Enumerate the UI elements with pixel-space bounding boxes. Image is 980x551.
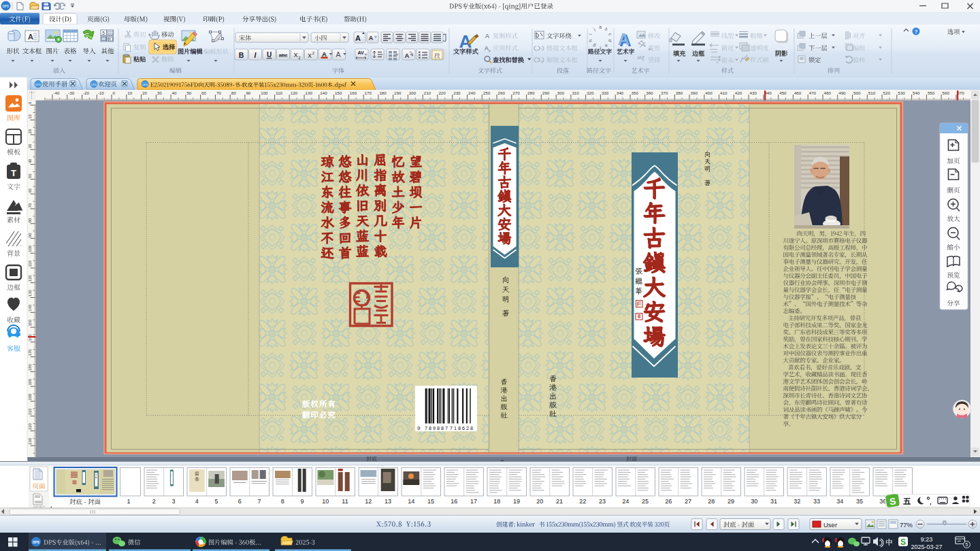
svg-text:140: 140 [320, 90, 327, 95]
svg-text:A: A [369, 35, 374, 41]
svg-text:18: 18 [493, 498, 500, 505]
svg-text:23: 23 [599, 498, 606, 505]
svg-text:17: 17 [470, 498, 477, 505]
svg-text:9: 9 [300, 498, 304, 505]
svg-text:X: X [308, 52, 312, 59]
svg-text:A: A [28, 33, 33, 41]
svg-text:210: 210 [424, 90, 431, 95]
svg-text:U: U [267, 51, 272, 59]
svg-text:190: 190 [394, 90, 402, 95]
svg-text:2025-03-27: 2025-03-27 [911, 544, 942, 550]
svg-text:B: B [239, 51, 244, 59]
svg-text:16: 16 [451, 498, 457, 505]
svg-text:7 1 8 6 2 8: 7 1 8 6 2 8 [450, 425, 473, 431]
svg-text:19: 19 [513, 498, 520, 505]
svg-text:150: 150 [335, 90, 342, 95]
svg-text:360: 360 [646, 90, 653, 95]
svg-text:310: 310 [572, 90, 579, 95]
svg-text:A: A [485, 32, 490, 39]
svg-text:80: 80 [231, 90, 236, 95]
svg-text:8: 8 [281, 498, 284, 505]
svg-text:490: 490 [838, 90, 846, 95]
svg-text:70: 70 [216, 90, 221, 95]
svg-text:20: 20 [142, 90, 147, 95]
svg-text:400: 400 [705, 90, 713, 95]
svg-text:170: 170 [28, 349, 32, 356]
svg-text:450: 450 [779, 90, 787, 95]
svg-text:20: 20 [536, 498, 543, 505]
svg-text:120: 120 [28, 276, 32, 282]
svg-text:7 8 9 8 8 7: 7 8 9 8 8 7 [425, 425, 448, 431]
svg-text:T: T [11, 168, 16, 178]
svg-text:f: f [600, 46, 601, 50]
svg-text:550: 550 [928, 90, 935, 95]
svg-text:33: 33 [813, 498, 820, 505]
svg-text:250: 250 [483, 90, 491, 95]
svg-text:60: 60 [28, 188, 32, 193]
svg-text:110: 110 [28, 261, 32, 267]
svg-text:40: 40 [28, 159, 32, 163]
svg-text:100: 100 [261, 90, 268, 95]
svg-text:22: 22 [579, 498, 586, 505]
svg-text:190: 190 [28, 379, 32, 386]
svg-text:220: 220 [438, 90, 446, 95]
svg-text:AV: AV [357, 50, 364, 55]
svg-text:1: 1 [127, 498, 130, 505]
svg-text:270: 270 [512, 90, 520, 95]
svg-text:290: 290 [542, 90, 550, 95]
svg-text:11: 11 [342, 498, 348, 505]
svg-text:320: 320 [587, 90, 594, 95]
svg-text:540: 540 [913, 90, 920, 95]
svg-text:220: 220 [28, 423, 32, 430]
svg-text:A: A [336, 50, 340, 59]
svg-text:?: ? [915, 29, 918, 35]
svg-text:330: 330 [602, 90, 609, 95]
svg-text:24: 24 [622, 498, 629, 505]
svg-text:6: 6 [238, 498, 242, 505]
svg-text:340: 340 [617, 90, 624, 95]
svg-text:160: 160 [350, 90, 357, 95]
svg-text:DPS: DPS [3, 5, 9, 8]
svg-text:30: 30 [751, 498, 757, 505]
svg-text:15: 15 [427, 498, 434, 505]
svg-text:50: 50 [28, 173, 32, 178]
svg-text:-10: -10 [98, 90, 105, 95]
svg-text:4: 4 [195, 498, 199, 505]
svg-text:20: 20 [28, 129, 32, 133]
svg-text:110: 110 [276, 90, 282, 95]
svg-text:77%: 77% [900, 521, 913, 529]
svg-text:180: 180 [379, 90, 387, 95]
svg-text:160: 160 [28, 335, 32, 341]
svg-text:410: 410 [720, 90, 728, 95]
svg-text:32: 32 [794, 498, 800, 505]
svg-text:200: 200 [28, 394, 32, 401]
svg-text:34: 34 [836, 498, 843, 505]
svg-text:a: a [599, 24, 602, 29]
svg-text:210: 210 [28, 409, 32, 416]
svg-text:50: 50 [186, 90, 191, 95]
svg-text:260: 260 [498, 90, 506, 95]
svg-text:26: 26 [665, 498, 672, 505]
svg-text:35: 35 [856, 498, 863, 505]
svg-text:7: 7 [257, 498, 261, 505]
svg-text:280: 280 [527, 90, 535, 95]
svg-text:530: 530 [898, 90, 905, 95]
svg-text:40: 40 [172, 90, 177, 95]
svg-text:ab: ab [637, 55, 642, 60]
svg-text:10: 10 [322, 498, 329, 505]
svg-text:510: 510 [868, 90, 876, 95]
svg-text:User: User [823, 521, 837, 529]
svg-text:560: 560 [943, 90, 950, 95]
svg-text:130: 130 [306, 90, 313, 95]
svg-text:230: 230 [28, 438, 32, 445]
svg-text:DPS: DPS [142, 83, 148, 86]
svg-text:31: 31 [770, 498, 777, 505]
svg-text:12: 12 [365, 498, 372, 505]
svg-text:0: 0 [113, 90, 116, 95]
svg-text:A: A [355, 34, 361, 42]
svg-text:390: 390 [691, 90, 698, 95]
svg-text:9: 9 [417, 425, 421, 431]
svg-text:DPS: DPS [33, 541, 40, 544]
svg-text:5: 5 [214, 498, 218, 505]
svg-text:80: 80 [28, 218, 32, 222]
